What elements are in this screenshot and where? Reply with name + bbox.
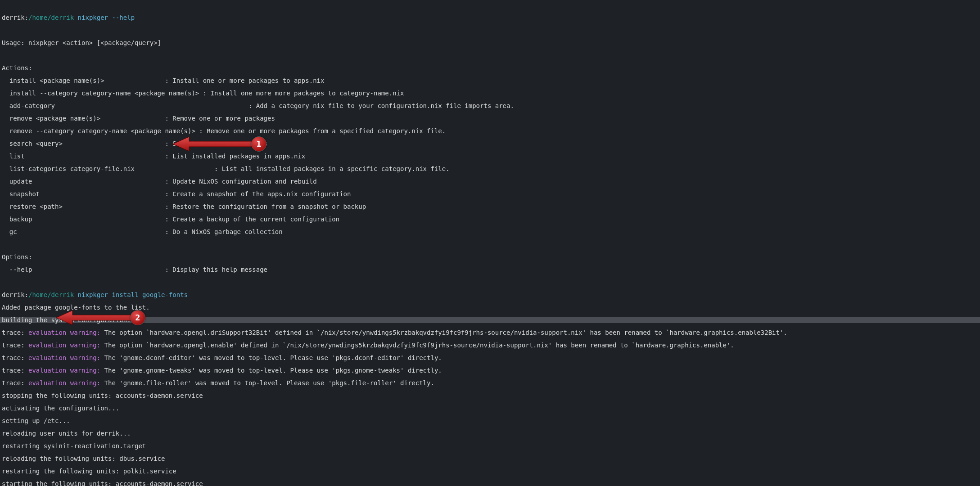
help-usage: Usage: nixpkger <action> [<package/query…: [2, 40, 978, 46]
output-line: setting up /etc...: [2, 418, 978, 424]
cmd-arg-help: --help: [112, 14, 135, 21]
help-action-line: install <package name(s)> : Install one …: [2, 77, 978, 84]
help-action-line: backup : Create a backup of the current …: [2, 216, 978, 222]
terminal[interactable]: derrik:/home/derrik nixpkger --help Usag…: [0, 0, 980, 486]
prompt-line-2: derrik:/home/derrik nixpkger install goo…: [2, 292, 978, 298]
prompt-line-1: derrik:/home/derrik nixpkger --help: [2, 14, 978, 21]
output-line: restarting the following units: polkit.s…: [2, 468, 978, 474]
cmd-nixpkger: nixpkger: [78, 14, 108, 21]
help-action-line: restore <path> : Restore the configurati…: [2, 203, 978, 210]
trace-warning-line: trace: evaluation warning: The 'gnome.gn…: [2, 367, 978, 374]
help-action-line: remove <package name(s)> : Remove one or…: [2, 115, 978, 122]
trace-warning-line: trace: evaluation warning: The 'gnome.fi…: [2, 380, 978, 386]
trace-warning-line: trace: evaluation warning: The 'gnome.dc…: [2, 355, 978, 361]
help-option-line: --help : Display this help message: [2, 266, 978, 273]
prompt-user: derrik: [2, 14, 25, 21]
help-action-line: snapshot : Create a snapshot of the apps…: [2, 191, 978, 197]
help-action-line: remove --category category-name <package…: [2, 128, 978, 134]
trace-warning-line: trace: evaluation warning: The option `h…: [2, 342, 978, 348]
output-line: Added package google-fonts to the list.: [2, 304, 978, 310]
help-action-line: gc : Do a NixOS garbage collection: [2, 229, 978, 235]
help-action-line: install --category category-name <packag…: [2, 90, 978, 96]
output-line: activating the configuration...: [2, 405, 978, 411]
trace-warning-line: trace: evaluation warning: The option `h…: [2, 329, 978, 336]
cmd-arg-install: install google-fonts: [112, 291, 188, 298]
cmd-nixpkger-install: nixpkger: [78, 291, 108, 298]
help-action-line: list : List installed packages in apps.n…: [2, 153, 978, 159]
output-line: starting the following units: accounts-d…: [2, 481, 978, 486]
help-options-header: Options:: [2, 254, 978, 260]
output-line: reloading the following units: dbus.serv…: [2, 455, 978, 462]
help-action-line: update : Update NixOS configuration and …: [2, 178, 978, 184]
prompt-path: /home/derrik: [28, 14, 74, 21]
help-action-line: list-categories category-file.nix : List…: [2, 166, 978, 172]
evaluation-warning-label: evaluation warning:: [28, 329, 100, 336]
help-action-line: add-category : Add a category nix file t…: [2, 103, 978, 109]
output-line: restarting sysinit-reactivation.target: [2, 443, 978, 449]
help-action-line: search <query> : Search for NixOS packag…: [2, 140, 978, 147]
help-actions-header: Actions:: [2, 65, 978, 71]
output-line: reloading user units for derrik...: [2, 430, 978, 436]
output-line: building the system configuration...: [2, 317, 978, 323]
output-line: stopping the following units: accounts-d…: [2, 392, 978, 399]
